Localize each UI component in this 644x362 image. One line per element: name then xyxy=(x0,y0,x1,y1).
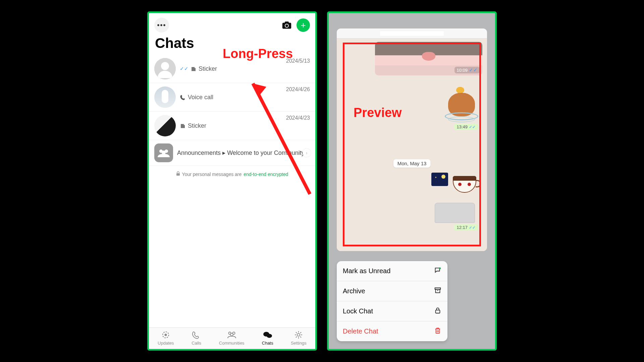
message-time: 10:09 ✓✓ xyxy=(454,67,480,73)
chevron-right-icon[interactable]: › xyxy=(303,149,311,157)
tab-label: Chats xyxy=(262,341,273,346)
sticker-icon xyxy=(191,65,197,72)
message-media[interactable]: 10:09 ✓✓ xyxy=(375,42,482,75)
phone-icon xyxy=(180,94,186,101)
encryption-link[interactable]: end-to-end encrypted xyxy=(244,172,288,177)
tab-updates[interactable]: Updates xyxy=(158,330,174,346)
svg-line-24 xyxy=(296,332,297,333)
preview-header xyxy=(337,28,487,39)
chats-screen: ••• + Chats ✓✓ Sticker 202 xyxy=(147,11,317,351)
chat-last-msg: Sticker xyxy=(188,122,206,129)
context-menu: Mark as Unread Archive Lock Chat Delete … xyxy=(337,261,447,341)
menu-delete-chat[interactable]: Delete Chat xyxy=(337,321,447,341)
tab-calls[interactable]: Calls xyxy=(192,330,202,346)
read-receipt-icon: ✓✓ xyxy=(469,125,476,129)
svg-line-27 xyxy=(296,337,297,338)
message-sticker[interactable]: 13:49 ✓✓ xyxy=(445,85,478,130)
cat-image: 10:09 ✓✓ xyxy=(375,42,482,75)
chat-row[interactable]: Voice call 2024/4/26 xyxy=(149,83,315,112)
svg-point-28 xyxy=(439,267,441,269)
chat-last-msg: Sticker xyxy=(199,65,217,72)
menu-label: Mark as Unread xyxy=(343,267,390,275)
profile-avatar-icon xyxy=(154,86,176,108)
coffee-laptop-sticker-icon: ✦ xyxy=(431,173,478,223)
chat-summary: Voice call xyxy=(180,94,310,101)
svg-point-16 xyxy=(230,333,233,336)
svg-point-13 xyxy=(165,334,167,336)
capybara-sticker-icon xyxy=(445,85,478,122)
svg-rect-1 xyxy=(285,21,289,23)
lock-icon xyxy=(434,307,441,316)
svg-point-19 xyxy=(297,334,300,336)
chat-background: 10:09 ✓✓ 13:49 ✓✓ Mon, May 13 xyxy=(337,39,487,251)
preview-screen: 10:09 ✓✓ 13:49 ✓✓ Mon, May 13 xyxy=(327,11,497,351)
svg-point-18 xyxy=(267,334,272,338)
menu-mark-unread[interactable]: Mark as Unread xyxy=(337,261,447,281)
svg-line-25 xyxy=(300,337,301,338)
read-receipt-icon: ✓✓ xyxy=(469,67,478,73)
archive-icon xyxy=(434,287,441,296)
tab-label: Settings xyxy=(291,341,307,346)
new-chat-button[interactable]: + xyxy=(297,18,310,32)
community-avatar-icon xyxy=(154,143,173,162)
menu-lock-chat[interactable]: Lock Chat xyxy=(337,301,447,321)
tab-label: Communities xyxy=(219,341,245,346)
svg-point-5 xyxy=(161,62,169,70)
menu-label: Lock Chat xyxy=(343,307,373,315)
page-title: Chats xyxy=(149,34,315,55)
encryption-note: Your personal messages are end-to-end en… xyxy=(149,166,315,182)
community-title: Announcements xyxy=(177,149,221,156)
chat-row[interactable]: ✓✓ Sticker 2024/5/13 xyxy=(149,55,315,83)
encryption-prefix: Your personal messages are xyxy=(182,172,242,177)
chat-unread-icon xyxy=(434,266,441,276)
profile-avatar-icon xyxy=(154,115,176,136)
svg-rect-32 xyxy=(436,310,440,313)
community-row[interactable]: Announcements ▸ Welcome to your Communit… xyxy=(149,140,315,166)
svg-rect-30 xyxy=(436,289,440,293)
chat-last-msg: Voice call xyxy=(188,94,213,101)
community-subtitle: Welcome to your Community! xyxy=(227,149,306,156)
sticker-icon xyxy=(180,122,186,129)
chat-date: 2024/4/23 xyxy=(286,115,310,121)
chats-header: ••• + xyxy=(149,13,315,34)
header-actions: + xyxy=(282,18,310,32)
chat-preview[interactable]: 10:09 ✓✓ 13:49 ✓✓ Mon, May 13 xyxy=(337,28,487,251)
read-receipt-icon: ✓✓ xyxy=(469,225,476,230)
menu-label: Delete Chat xyxy=(343,327,378,335)
tab-chats[interactable]: Chats xyxy=(262,330,273,346)
tab-label: Updates xyxy=(158,341,174,346)
message-time: 12:17 ✓✓ xyxy=(454,224,478,231)
tab-bar: Updates Calls Communities Chats Settings xyxy=(149,327,315,349)
play-icon: ▸ xyxy=(222,149,227,156)
chat-list: ✓✓ Sticker 2024/5/13 Voice call xyxy=(149,55,315,166)
message-time: 13:49 ✓✓ xyxy=(454,124,478,130)
menu-label: Archive xyxy=(343,287,365,295)
profile-avatar-icon xyxy=(154,58,176,79)
svg-point-3 xyxy=(285,24,288,27)
tab-settings[interactable]: Settings xyxy=(291,330,307,346)
tab-communities[interactable]: Communities xyxy=(219,330,245,346)
more-button[interactable]: ••• xyxy=(154,18,169,33)
chat-summary: ✓✓ Sticker xyxy=(180,65,310,72)
trash-icon xyxy=(434,327,441,336)
svg-rect-33 xyxy=(436,329,440,333)
lock-icon xyxy=(176,171,180,177)
menu-archive[interactable]: Archive xyxy=(337,281,447,301)
preview-title-placeholder xyxy=(380,31,444,36)
svg-line-26 xyxy=(300,332,301,333)
message-sticker[interactable]: ✦ 12:17 ✓✓ xyxy=(431,173,478,231)
date-separator: Mon, May 13 xyxy=(393,159,431,168)
chat-date: 2024/5/13 xyxy=(286,58,310,64)
chat-date: 2024/4/26 xyxy=(286,86,310,93)
read-receipt-icon: ✓✓ xyxy=(180,66,189,72)
community-text: Announcements ▸ Welcome to your Communit… xyxy=(177,149,310,157)
tab-label: Calls xyxy=(192,341,201,346)
svg-rect-9 xyxy=(176,173,180,176)
camera-icon[interactable] xyxy=(282,21,292,29)
chat-row[interactable]: Sticker 2024/4/23 xyxy=(149,112,315,140)
chat-summary: Sticker xyxy=(180,122,310,129)
